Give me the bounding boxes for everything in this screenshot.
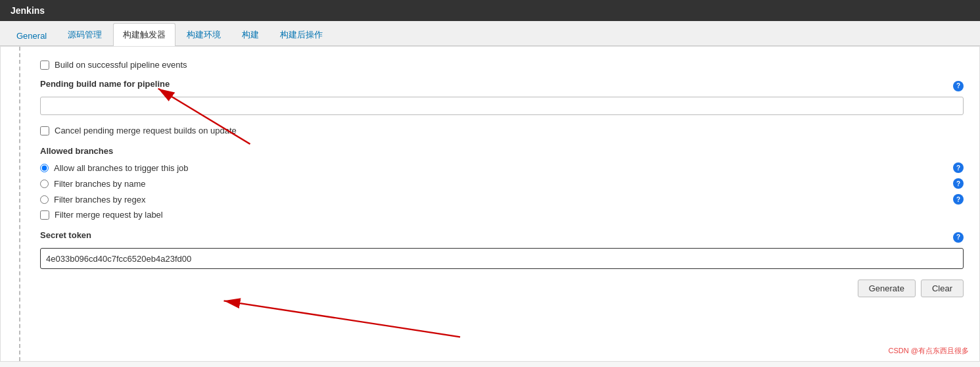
secret-token-input[interactable] bbox=[40, 248, 964, 269]
allowed-branches-heading: Allowed branches bbox=[40, 146, 964, 156]
watermark: CSDN @有点东西且很多 bbox=[889, 346, 969, 356]
action-buttons-row: Generate Clear bbox=[16, 280, 964, 297]
tab-post[interactable]: 构建后操作 bbox=[270, 23, 333, 46]
cancel-checkbox-row: Cancel pending merge request builds on u… bbox=[40, 126, 964, 135]
filter-merge-checkbox-row: Filter merge request by label bbox=[40, 210, 964, 220]
radio-all-branches[interactable] bbox=[40, 164, 49, 172]
pipeline-checkbox[interactable] bbox=[40, 61, 49, 70]
radio-filter-by-name-label[interactable]: Filter branches by name bbox=[54, 179, 145, 189]
pending-build-label: Pending build name for pipeline bbox=[40, 79, 170, 89]
tab-env[interactable]: 构建环境 bbox=[177, 23, 231, 46]
radio-regex-filter-row: Filter branches by regex ? bbox=[40, 194, 964, 205]
generate-button[interactable]: Generate bbox=[858, 280, 916, 297]
pipeline-checkbox-row: Build on successful pipeline events bbox=[40, 60, 964, 70]
svg-line-3 bbox=[224, 301, 461, 337]
filter-merge-checkbox[interactable] bbox=[40, 210, 49, 220]
app-title: Jenkins bbox=[11, 5, 45, 16]
radio-all-branches-row: Allow all branches to trigger this job ? bbox=[40, 162, 964, 173]
all-branches-help-icon[interactable]: ? bbox=[953, 162, 964, 173]
pipeline-checkbox-label[interactable]: Build on successful pipeline events bbox=[55, 60, 187, 70]
clear-button[interactable]: Clear bbox=[921, 280, 964, 297]
filter-merge-label[interactable]: Filter merge request by label bbox=[55, 210, 163, 220]
secret-token-help-icon[interactable]: ? bbox=[953, 232, 964, 243]
secret-token-label: Secret token bbox=[40, 230, 91, 240]
tab-general[interactable]: General bbox=[7, 25, 57, 46]
radio-name-filter-row: Filter branches by name ? bbox=[40, 178, 964, 189]
tab-build[interactable]: 构建 bbox=[232, 23, 269, 46]
filter-name-help-icon[interactable]: ? bbox=[953, 178, 964, 189]
pending-build-field-row: Pending build name for pipeline ? bbox=[40, 79, 964, 93]
tabs-bar: General 源码管理 构建触发器 构建环境 构建 构建后操作 bbox=[0, 21, 980, 46]
app-header: Jenkins bbox=[0, 0, 980, 21]
radio-filter-by-regex-label[interactable]: Filter branches by regex bbox=[54, 195, 145, 205]
tab-source[interactable]: 源码管理 bbox=[58, 23, 112, 46]
filter-regex-help-icon[interactable]: ? bbox=[953, 194, 964, 205]
cancel-checkbox-label[interactable]: Cancel pending merge request builds on u… bbox=[55, 126, 237, 135]
pending-build-help-icon[interactable]: ? bbox=[953, 81, 964, 91]
content-area: Build on successful pipeline events Pend… bbox=[0, 46, 980, 362]
secret-token-field-row: Secret token ? bbox=[40, 230, 964, 244]
radio-filter-by-name[interactable] bbox=[40, 180, 49, 188]
pending-build-input[interactable] bbox=[40, 97, 964, 115]
radio-filter-by-regex[interactable] bbox=[40, 195, 49, 204]
cancel-checkbox[interactable] bbox=[40, 126, 49, 135]
tab-trigger[interactable]: 构建触发器 bbox=[113, 23, 175, 46]
radio-all-branches-label[interactable]: Allow all branches to trigger this job bbox=[54, 163, 189, 173]
